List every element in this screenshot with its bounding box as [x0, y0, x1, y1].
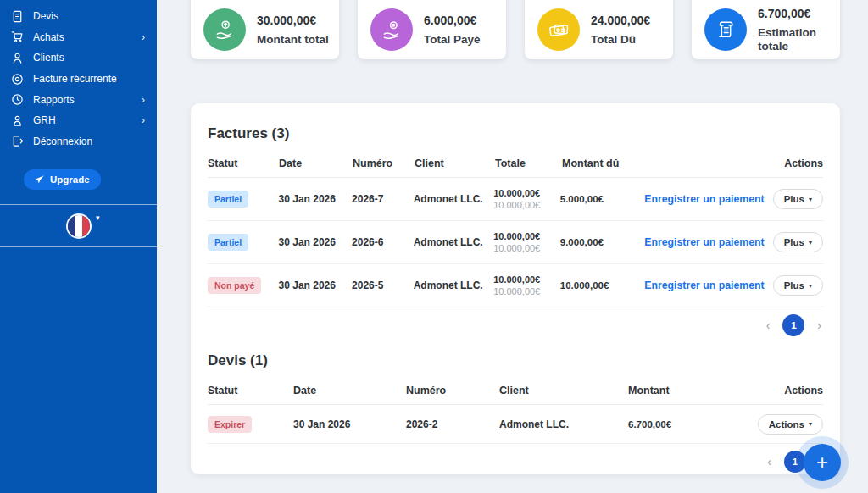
pagination-page-1-button[interactable]: 1	[782, 314, 804, 336]
chevron-right-icon: ›	[142, 115, 145, 125]
stat-cards-row: 30.000,00€ Montant total 6.000,00€ Total…	[191, 0, 840, 59]
table-row: Partiel 30 Jan 2026 2026-7 Admonet LLC. …	[208, 178, 823, 221]
actions-dropdown-button[interactable]: Actions ▾	[758, 414, 823, 435]
column-montant-du: Montant dû	[562, 158, 647, 169]
status-badge: Expirer	[208, 416, 252, 433]
hand-holding-coin-icon	[370, 8, 413, 51]
stat-value: 6.700,00€	[758, 7, 824, 20]
column-statut: Statut	[208, 158, 279, 169]
devis-title: Devis (1)	[208, 341, 823, 369]
sidebar-item-deconnexion[interactable]: Déconnexion	[0, 131, 157, 152]
stat-value: 30.000,00€	[257, 14, 329, 27]
money-cards-icon	[537, 8, 580, 51]
pagination-prev-button[interactable]: ‹	[767, 456, 771, 468]
devis-table-header: Statut Date Numéro Client Montant Action…	[208, 376, 823, 405]
plus-dropdown-button[interactable]: Plus ▾	[773, 189, 823, 209]
cell-montant-du: 5.000,00€	[560, 194, 644, 204]
column-numero: Numéro	[406, 385, 499, 396]
sidebar-item-label: Clients	[33, 52, 64, 64]
cell-date: 30 Jan 2026	[279, 236, 353, 248]
cell-totale-sub: 10.000,00€	[493, 286, 560, 296]
pagination-prev-button[interactable]: ‹	[766, 319, 771, 331]
cell-montant-du: 9.000,00€	[560, 237, 644, 247]
factures-title: Factures (3)	[208, 103, 823, 142]
cell-client: Admonet LLC.	[414, 193, 494, 205]
cell-date: 30 Jan 2026	[279, 280, 353, 291]
status-badge: Partiel	[208, 234, 248, 251]
cell-montant-du: 10.000,00€	[560, 280, 644, 291]
cell-numero: 2026-6	[352, 236, 414, 248]
devis-pagination: ‹ 1	[208, 444, 823, 474]
chevron-right-icon: ›	[142, 95, 145, 105]
person-icon	[10, 114, 24, 127]
pagination-next-button[interactable]: ›	[817, 319, 821, 331]
sidebar-item-clients[interactable]: Clients	[0, 47, 157, 69]
record-payment-link[interactable]: Enregistrer un paiement	[644, 280, 764, 291]
sidebar-menu: Devis Achats › Clients Facture récurrent…	[0, 0, 157, 152]
cell-numero: 2026-2	[406, 418, 499, 430]
status-badge: Non payé	[208, 277, 261, 294]
stat-label: Total Dû	[591, 33, 650, 47]
stat-value: 24.000,00€	[591, 14, 650, 27]
chevron-down-icon: ▾	[809, 196, 812, 203]
paper-plane-icon	[35, 174, 45, 185]
stat-label: Total Payé	[424, 33, 481, 47]
sidebar-item-label: Facture récurrente	[33, 73, 117, 85]
cell-totale-sub: 10.000,00€	[493, 200, 560, 210]
cell-totale-main: 10.000,00€	[493, 231, 560, 241]
sidebar-item-facture-recurrente[interactable]: Facture récurrente	[0, 69, 157, 90]
cell-numero: 2026-7	[352, 193, 414, 205]
record-payment-link[interactable]: Enregistrer un paiement	[644, 193, 764, 205]
chevron-down-icon: ▾	[809, 239, 812, 246]
recurring-icon	[10, 72, 24, 86]
cart-icon	[10, 30, 24, 44]
plus-dropdown-button[interactable]: Plus ▾	[773, 275, 823, 296]
cell-client: Admonet LLC.	[414, 236, 494, 248]
column-actions: Actions	[647, 158, 823, 169]
cell-montant: 6.700,00€	[628, 419, 730, 429]
chevron-right-icon: ›	[142, 32, 145, 42]
scroll-icon	[704, 8, 747, 51]
france-flag-icon[interactable]	[68, 215, 90, 237]
column-client: Client	[499, 385, 628, 396]
cell-client: Admonet LLC.	[414, 280, 494, 291]
column-statut: Statut	[208, 385, 293, 396]
cell-totale-sub: 10.000,00€	[493, 243, 560, 253]
column-actions: Actions	[730, 385, 823, 396]
sidebar-item-achats[interactable]: Achats ›	[0, 27, 157, 48]
chevron-down-icon: ▾	[809, 282, 812, 290]
table-row: Expirer 30 Jan 2026 2026-2 Admonet LLC. …	[208, 405, 823, 444]
chevron-down-icon: ▾	[96, 213, 100, 222]
upgrade-label: Upgrade	[50, 174, 90, 185]
sidebar-item-rapports[interactable]: Rapports ›	[0, 89, 157, 110]
record-payment-link[interactable]: Enregistrer un paiement	[644, 236, 764, 248]
cell-totale-main: 10.000,00€	[493, 188, 560, 198]
sidebar-item-label: Déconnexion	[33, 136, 92, 147]
column-montant: Montant	[628, 385, 730, 396]
sidebar-item-grh[interactable]: GRH ›	[0, 110, 157, 131]
invoices-panel: Factures (3) Statut Date Numéro Client T…	[191, 103, 840, 474]
cell-client: Admonet LLC.	[499, 418, 628, 430]
column-client: Client	[415, 158, 495, 169]
column-date: Date	[279, 158, 353, 169]
add-button[interactable]: +	[804, 444, 841, 481]
factures-pagination: ‹ 1 ›	[208, 307, 823, 341]
sidebar-item-devis[interactable]: Devis	[0, 6, 157, 27]
sidebar: Devis Achats › Clients Facture récurrent…	[0, 0, 157, 493]
column-numero: Numéro	[353, 158, 415, 169]
upgrade-button[interactable]: Upgrade	[24, 169, 101, 190]
logout-icon	[10, 135, 24, 148]
status-badge: Partiel	[208, 191, 248, 208]
column-date: Date	[293, 385, 406, 396]
language-selector[interactable]: ▾	[0, 205, 157, 247]
stat-label: Estimation totale	[758, 26, 824, 53]
sidebar-item-label: Rapports	[33, 94, 75, 106]
stat-card-total-du: 24.000,00€ Total Dû	[525, 0, 673, 59]
sidebar-item-label: Devis	[33, 10, 58, 22]
stat-card-montant-total: 30.000,00€ Montant total	[191, 0, 339, 59]
hand-holding-dollar-icon	[203, 8, 246, 51]
plus-dropdown-button[interactable]: Plus ▾	[773, 232, 823, 252]
cell-date: 30 Jan 2026	[293, 418, 406, 430]
sidebar-item-label: GRH	[33, 114, 56, 126]
clock-icon	[10, 93, 24, 107]
